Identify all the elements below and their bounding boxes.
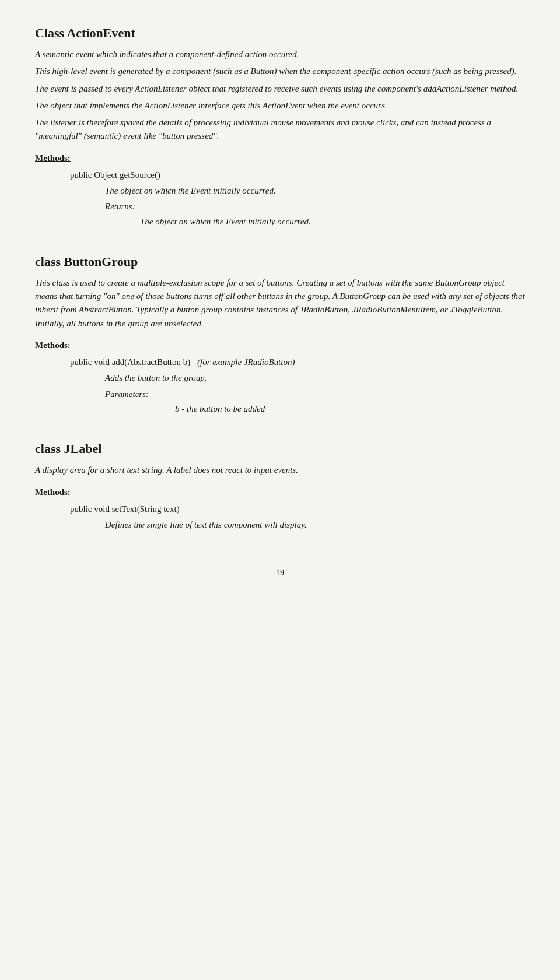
button-group-method-add-signature: public void add(AbstractButton b): [70, 357, 190, 367]
button-group-parameters-label: Parameters:: [105, 388, 525, 401]
page-number: 19: [35, 567, 525, 579]
class-action-event-title: Class ActionEvent: [35, 23, 525, 43]
class-button-group-title: class ButtonGroup: [35, 252, 525, 272]
section-action-event: Class ActionEvent A semantic event which…: [35, 23, 525, 229]
jlabel-methods-label: Methods:: [35, 486, 525, 499]
action-event-methods-label: Methods:: [35, 152, 525, 165]
action-event-method-getsource: public Object getSource(): [70, 168, 525, 182]
jlabel-method-settext-desc: Defines the single line of text this com…: [105, 518, 525, 532]
button-group-method-add-extra: (for example JRadioButton): [195, 357, 295, 367]
action-event-desc-4: The object that implements the ActionLis…: [35, 99, 525, 113]
jlabel-method-settext: public void setText(String text): [70, 503, 525, 516]
section-button-group: class ButtonGroup This class is used to …: [35, 252, 525, 416]
button-group-method-add-desc: Adds the button to the group.: [105, 371, 525, 385]
action-event-desc-5: The listener is therefore spared the det…: [35, 116, 525, 143]
class-jlabel-title: class JLabel: [35, 439, 525, 459]
button-group-methods-label: Methods:: [35, 339, 525, 352]
section-jlabel: class JLabel A display area for a short …: [35, 439, 525, 532]
action-event-returns-value: The object on which the Event initially …: [140, 215, 525, 229]
button-group-parameter-b: b - the button to be added: [175, 402, 525, 416]
button-group-method-add: public void add(AbstractButton b) (for e…: [70, 356, 525, 369]
action-event-desc-1: A semantic event which indicates that a …: [35, 48, 525, 61]
button-group-desc-1: This class is used to create a multiple-…: [35, 276, 525, 331]
page-content: Class ActionEvent A semantic event which…: [35, 23, 525, 579]
action-event-method-getsource-desc: The object on which the Event initially …: [105, 184, 525, 198]
jlabel-desc-1: A display area for a short text string. …: [35, 463, 525, 477]
action-event-returns-label: Returns:: [105, 200, 525, 213]
action-event-desc-3: The event is passed to every ActionListe…: [35, 82, 525, 96]
action-event-desc-2: This high-level event is generated by a …: [35, 65, 525, 78]
